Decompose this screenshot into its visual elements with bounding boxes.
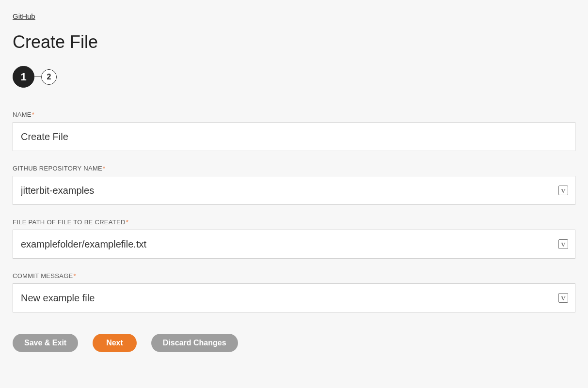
discard-button[interactable]: Discard Changes [151,334,238,352]
name-input[interactable] [13,123,575,151]
filepath-input[interactable] [13,230,558,258]
field-commit-label: COMMIT MESSAGE* [13,272,575,279]
field-name: NAME* [13,111,575,151]
repo-input[interactable] [13,176,558,204]
field-commit: COMMIT MESSAGE* V [13,272,575,312]
stepper: 1 2 [13,66,575,88]
field-repo: GITHUB REPOSITORY NAME* V [13,165,575,205]
action-buttons: Save & Exit Next Discard Changes [13,334,575,352]
field-name-label: NAME* [13,111,575,118]
breadcrumb-link[interactable]: GitHub [13,12,35,20]
field-filepath: FILE PATH OF FILE TO BE CREATED* V [13,218,575,259]
commit-input[interactable] [13,284,558,312]
variable-icon[interactable]: V [558,293,568,303]
variable-icon[interactable]: V [558,186,568,195]
step-connector [34,77,41,77]
variable-icon[interactable]: V [558,239,568,249]
step-1[interactable]: 1 [13,66,34,88]
step-2[interactable]: 2 [41,69,57,85]
next-button[interactable]: Next [93,334,137,352]
page-title: Create File [13,32,575,52]
save-exit-button[interactable]: Save & Exit [13,334,78,352]
field-repo-label: GITHUB REPOSITORY NAME* [13,165,575,172]
field-filepath-label: FILE PATH OF FILE TO BE CREATED* [13,218,575,226]
